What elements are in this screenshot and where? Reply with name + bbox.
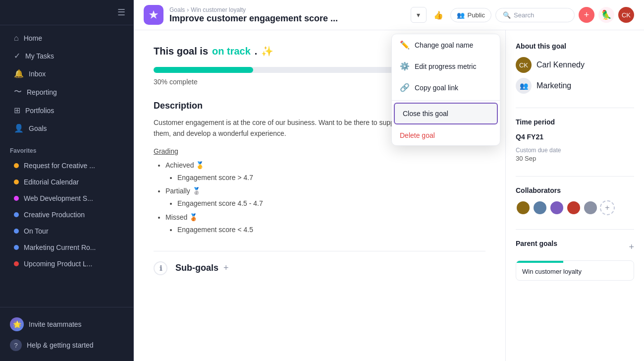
status-suffix: .: [255, 46, 258, 57]
sidebar-item-reporting[interactable]: 〜 Reporting: [4, 83, 129, 101]
dropdown-item-close-goal[interactable]: Close this goal: [394, 103, 498, 124]
about-section: About this goal CK Carl Kennedy 👥 Market…: [516, 42, 634, 94]
subgoals-header: ℹ Sub-goals +: [154, 251, 485, 275]
search-placeholder: Search: [514, 11, 534, 19]
add-collaborator-button[interactable]: +: [600, 200, 615, 215]
sidebar-item-upcoming-product[interactable]: Upcoming Product L...: [4, 256, 129, 272]
grading-list: Achieved 🥇 Engagement score > 4.7 Partia…: [154, 159, 485, 236]
person-icon: 👤: [14, 123, 24, 133]
due-date-value: 30 Sep: [516, 155, 634, 162]
breadcrumb-parent[interactable]: Win customer loyalty: [191, 6, 246, 13]
sparkle-icon: ✨: [261, 45, 273, 57]
sidebar-item-request-creative[interactable]: Request for Creative ...: [4, 158, 129, 174]
sidebar-bottom: 🌟 Invite teammates ? Help & getting star…: [0, 307, 133, 361]
favorite-dot: [14, 261, 19, 266]
search-box[interactable]: 🔍 Search: [495, 8, 575, 22]
check-icon: ✓: [14, 51, 20, 60]
breadcrumb-goals[interactable]: Goals: [169, 6, 185, 13]
sidebar-item-editorial-calendar[interactable]: Editorial Calendar: [4, 174, 129, 190]
sidebar-header: ☰: [0, 0, 133, 25]
public-icon: 👥: [457, 11, 465, 19]
progress-label: 30% complete: [154, 78, 198, 86]
time-period-value: Q4 FY21: [516, 133, 634, 141]
grading-missed: Missed 🥉 Engagement score < 4.5: [165, 211, 485, 236]
collab-avatar-5: [583, 200, 598, 215]
favorite-dot: [14, 212, 19, 217]
dropdown-item-copy-link[interactable]: 🔗 Copy goal link: [392, 77, 500, 98]
page-title: Improve customer engagement score ...: [169, 13, 338, 24]
sidebar-item-inbox[interactable]: 🔔 Inbox: [4, 65, 129, 82]
dropdown-item-edit-progress[interactable]: ⚙️ Edit progress metric: [392, 56, 500, 77]
status-prefix: This goal is: [154, 46, 208, 57]
sidebar-item-on-tour[interactable]: On Tour: [4, 223, 129, 239]
progress-bar-fill: [154, 67, 253, 73]
grid-icon: ⊞: [14, 106, 20, 115]
invite-teammates-button[interactable]: 🌟 Invite teammates: [4, 313, 129, 335]
favorite-dot: [14, 163, 19, 168]
dropdown-item-change-name[interactable]: ✏️ Change goal name: [392, 34, 500, 56]
collaborators-title: Collaborators: [516, 186, 634, 194]
collaborators-section: Collaborators +: [516, 186, 634, 215]
main-area: Goals › Win customer loyalty Improve cus…: [134, 0, 644, 361]
collab-avatar-4: [566, 200, 581, 215]
user-avatar[interactable]: CK: [618, 7, 634, 23]
favorite-dot: [14, 229, 19, 234]
grading-label: Grading: [154, 147, 485, 155]
breadcrumb: Goals › Win customer loyalty: [169, 6, 338, 13]
collab-avatar-3: [549, 200, 564, 215]
parent-goals-title: Parent goals: [516, 240, 557, 247]
team-icon: 👥: [516, 78, 532, 94]
collab-avatars: +: [516, 200, 634, 215]
info-icon: ℹ: [154, 261, 167, 275]
grading-achieved: Achieved 🥇 Engagement score > 4.7: [165, 159, 485, 184]
status-value: on track: [212, 46, 251, 57]
sidebar-item-goals[interactable]: 👤 Goals: [4, 120, 129, 137]
link-icon: 🔗: [400, 83, 410, 92]
collab-avatar-2: [533, 200, 547, 215]
add-parent-goal-button[interactable]: +: [629, 242, 634, 252]
like-button[interactable]: 👍: [430, 7, 446, 23]
right-panel: About this goal CK Carl Kennedy 👥 Market…: [505, 30, 644, 361]
chart-icon: 〜: [14, 87, 22, 97]
favorite-dot: [14, 196, 19, 201]
settings-icon: ⚙️: [400, 61, 410, 71]
subgoals-title: Sub-goals: [175, 263, 218, 273]
sidebar: ☰ ⌂ Home ✓ My Tasks 🔔 Inbox 〜 Reporting …: [0, 0, 134, 361]
public-label: Public: [468, 11, 485, 19]
edit-icon: ✏️: [400, 40, 410, 50]
bell-icon: 🔔: [14, 69, 24, 78]
sidebar-item-marketing-current[interactable]: Marketing Current Ro...: [4, 240, 129, 255]
public-button[interactable]: 👥 Public: [450, 8, 491, 22]
breadcrumb-area: Goals › Win customer loyalty Improve cus…: [169, 6, 338, 24]
home-icon: ⌂: [14, 34, 19, 43]
parent-goal-item[interactable]: Win customer loyalty: [516, 260, 634, 281]
search-icon: 🔍: [503, 11, 511, 19]
owner-avatar: CK: [516, 57, 532, 73]
breadcrumb-separator: ›: [187, 6, 189, 13]
dropdown-button[interactable]: ▾: [411, 7, 427, 23]
help-icon: ?: [10, 339, 22, 351]
sidebar-toggle[interactable]: ☰: [117, 7, 125, 18]
topbar: Goals › Win customer loyalty Improve cus…: [134, 0, 644, 30]
help-button[interactable]: ? Help & getting started: [4, 335, 129, 355]
parent-goal-name: Win customer loyalty: [516, 263, 634, 280]
owner-name: Carl Kennedy: [537, 60, 585, 69]
favorites-list: Request for Creative ... Editorial Calen…: [0, 157, 133, 272]
sidebar-item-my-tasks[interactable]: ✓ My Tasks: [4, 47, 129, 64]
sidebar-item-portfolios[interactable]: ⊞ Portfolios: [4, 102, 129, 119]
invite-avatar: 🌟: [10, 317, 24, 331]
bird-icon: 🦜: [598, 7, 614, 23]
about-title: About this goal: [516, 42, 634, 50]
parent-goals-section: Parent goals + Win customer loyalty: [516, 240, 634, 281]
collab-avatar-1: [516, 200, 531, 215]
team-name: Marketing: [537, 81, 571, 90]
sidebar-item-creative-production[interactable]: Creative Production: [4, 207, 129, 223]
favorite-dot: [14, 180, 19, 184]
sidebar-item-home[interactable]: ⌂ Home: [4, 30, 129, 47]
topbar-actions: ▾ 👍 👥 Public 🔍 Search + 🦜 CK: [411, 7, 634, 23]
sidebar-item-web-development[interactable]: Web Development S...: [4, 190, 129, 206]
topbar-left: Goals › Win customer loyalty Improve cus…: [144, 5, 405, 25]
add-subgoal-button[interactable]: +: [223, 263, 229, 273]
add-button[interactable]: +: [579, 7, 594, 23]
dropdown-item-delete-goal[interactable]: Delete goal: [392, 125, 500, 145]
